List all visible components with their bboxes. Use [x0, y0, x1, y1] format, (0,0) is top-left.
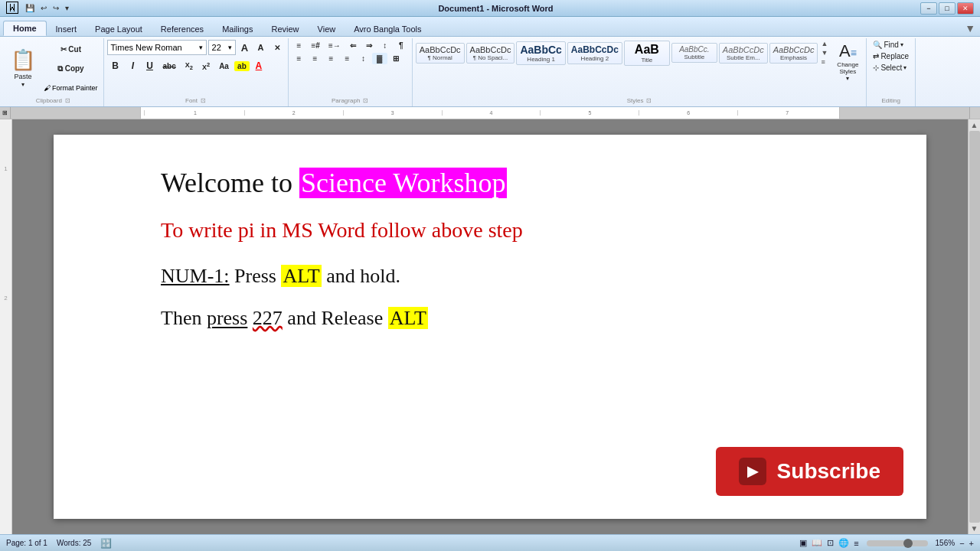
styles-scroll-up[interactable]: ▲: [821, 40, 828, 47]
maximize-button[interactable]: □: [939, 2, 956, 15]
doc-scroll-area[interactable]: Welcome to Science Workshop To write pi …: [12, 119, 968, 534]
subscript-button[interactable]: X2: [181, 60, 197, 73]
view-normal-icon[interactable]: ▣: [799, 538, 807, 548]
select-dropdown[interactable]: ▾: [903, 64, 906, 71]
paste-button[interactable]: 📋 Paste ▾: [6, 40, 40, 96]
qa-redo[interactable]: ↪: [51, 3, 61, 13]
tab-mailings[interactable]: Mailings: [213, 22, 262, 36]
view-reading-icon[interactable]: 📖: [812, 538, 822, 548]
spell-check-icon[interactable]: 🔡: [100, 538, 112, 549]
sort-button[interactable]: ↕: [377, 40, 393, 51]
bold-button[interactable]: B: [107, 59, 124, 73]
select-button[interactable]: ⊹ Select ▾: [870, 63, 912, 73]
increase-indent-button[interactable]: ⇒: [361, 40, 377, 51]
style-title[interactable]: AaB Title: [624, 41, 670, 66]
view-outline-icon[interactable]: ≡: [854, 539, 858, 548]
align-right-button[interactable]: ≡: [324, 53, 339, 64]
tab-page-layout[interactable]: Page Layout: [86, 22, 152, 36]
find-dropdown[interactable]: ▾: [900, 41, 903, 48]
vertical-scrollbar[interactable]: ▲ ▼: [968, 119, 980, 534]
font-grow-button[interactable]: A: [237, 41, 253, 55]
font-color-button[interactable]: A: [251, 59, 266, 73]
numbering-button[interactable]: ≡#: [308, 40, 324, 51]
font-name-dropdown[interactable]: ▾: [199, 44, 203, 51]
tab-view[interactable]: View: [309, 22, 345, 36]
style-nospace[interactable]: AaBbCcDc ¶ No Spaci...: [466, 43, 515, 64]
paste-dropdown[interactable]: ▾: [21, 81, 24, 88]
zoom-in-icon[interactable]: +: [969, 539, 974, 548]
font-clear-button[interactable]: ✕: [270, 42, 285, 54]
scroll-down-button[interactable]: ▼: [971, 524, 978, 533]
style-emphasis[interactable]: AaBbCcDc Emphasis: [769, 43, 818, 64]
text-case-button[interactable]: Aa: [215, 60, 233, 72]
styles-expand-icon[interactable]: ⊡: [646, 97, 652, 104]
style-items: AaBbCcDc ¶ Normal AaBbCcDc ¶ No Spaci...…: [416, 40, 828, 66]
superscript-button[interactable]: X2: [198, 60, 214, 73]
tab-insert[interactable]: Insert: [47, 22, 87, 36]
qa-more[interactable]: ▾: [63, 3, 71, 13]
highlight-button[interactable]: ab: [234, 61, 250, 71]
show-formatting-button[interactable]: ¶: [394, 40, 409, 51]
style-title-preview: AaB: [635, 43, 659, 57]
tab-home[interactable]: Home: [3, 21, 47, 36]
zoom-thumb[interactable]: [903, 539, 913, 548]
view-web-icon[interactable]: 🌐: [838, 538, 849, 548]
font-expand-icon[interactable]: ⊡: [201, 97, 206, 104]
scroll-thumb[interactable]: [969, 131, 980, 523]
borders-button[interactable]: ⊞: [388, 53, 403, 64]
step1-suffix: and hold.: [322, 265, 400, 287]
doc-left-panel: 1 2: [0, 119, 12, 534]
font-size-input[interactable]: 22 ▾: [208, 40, 236, 55]
play-triangle: ▶: [747, 463, 758, 480]
styles-more[interactable]: ≡: [821, 58, 828, 66]
scroll-up-button[interactable]: ▲: [971, 121, 978, 129]
line-spacing-button[interactable]: ↕: [356, 53, 371, 64]
font-shrink-button[interactable]: A: [253, 41, 269, 54]
underline-button[interactable]: U: [142, 59, 158, 73]
decrease-indent-button[interactable]: ⇐: [345, 40, 361, 51]
clipboard-expand-icon[interactable]: ⊡: [65, 97, 70, 104]
tab-references[interactable]: References: [152, 22, 213, 36]
font-size-controls: A A ✕: [237, 40, 285, 55]
document-page[interactable]: Welcome to Science Workshop To write pi …: [54, 135, 926, 519]
word-logo: 🅆: [6, 2, 18, 15]
find-button[interactable]: 🔍 Find ▾: [870, 40, 912, 50]
minimize-button[interactable]: −: [920, 2, 937, 15]
justify-button[interactable]: ≡: [340, 53, 355, 64]
align-left-button[interactable]: ≡: [292, 53, 307, 64]
align-center-button[interactable]: ≡: [308, 53, 323, 64]
strikethrough-button[interactable]: abc: [159, 60, 180, 72]
replace-button[interactable]: ⇄ Replace: [870, 51, 912, 61]
tab-review[interactable]: Review: [262, 22, 308, 36]
close-button[interactable]: ✕: [957, 2, 974, 15]
bullets-button[interactable]: ≡: [292, 40, 307, 51]
multilevel-list-button[interactable]: ≡→: [325, 40, 345, 51]
font-size-dropdown[interactable]: ▾: [228, 44, 232, 51]
change-styles-dropdown[interactable]: ▾: [846, 75, 849, 82]
page-info: Page: 1 of 1: [6, 539, 47, 547]
cut-button[interactable]: ✂ Cut: [41, 44, 100, 55]
paragraph-expand-icon[interactable]: ⊡: [363, 97, 368, 104]
subscribe-button[interactable]: ▶ Subscribe: [716, 447, 903, 496]
zoom-slider[interactable]: [867, 540, 928, 546]
style-normal[interactable]: AaBbCcDc ¶ Normal: [416, 43, 465, 64]
style-heading2[interactable]: AaBbCcDc Heading 2: [567, 42, 622, 64]
copy-button[interactable]: ⧉ Copy: [41, 63, 100, 75]
change-styles-button[interactable]: A≡ ChangeStyles ▾: [832, 40, 863, 83]
shading-button[interactable]: ▓: [372, 53, 387, 64]
qa-undo[interactable]: ↩: [38, 3, 49, 13]
styles-scroll-down[interactable]: ▼: [821, 49, 828, 57]
style-subtleem[interactable]: AaBbCcDc Subtle Em...: [719, 43, 768, 64]
zoom-out-icon[interactable]: −: [959, 539, 964, 548]
font-name-input[interactable]: Times New Roman ▾: [107, 40, 207, 55]
qa-save[interactable]: 💾: [23, 3, 37, 13]
view-page-layout-icon[interactable]: ⊡: [827, 538, 834, 548]
ribbon-collapse[interactable]: ▼: [960, 21, 980, 36]
format-painter-button[interactable]: 🖌 Format Painter: [41, 83, 100, 93]
italic-button[interactable]: I: [126, 59, 141, 73]
style-heading1[interactable]: AaBbCc Heading 1: [516, 41, 565, 65]
style-subtitle[interactable]: AaBbCc. Subtitle: [671, 43, 717, 63]
style-emphasis-preview: AaBbCcDc: [773, 45, 815, 54]
tab-avro[interactable]: Avro Bangla Tools: [345, 22, 430, 36]
change-styles-icon: A≡: [839, 41, 857, 61]
